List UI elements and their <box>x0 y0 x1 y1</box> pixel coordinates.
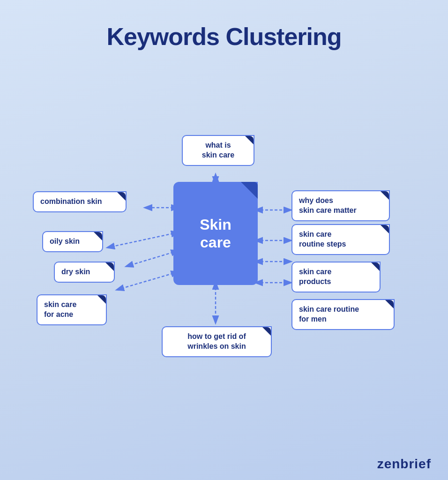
node-what-is-skin-care: what is skin care <box>182 135 254 166</box>
node-oily-skin: oily skin <box>42 231 103 252</box>
node-how-to-get-rid: how to get rid of wrinkles on skin <box>162 326 272 357</box>
center-doc-text: Skin care <box>200 216 231 252</box>
svg-line-9 <box>117 273 173 290</box>
node-skin-care-for-acne: skin care for acne <box>37 294 107 325</box>
node-skin-care-routine-steps: skin care routine steps <box>291 224 390 255</box>
node-skin-care-routine-for-men: skin care routine for men <box>291 299 395 330</box>
diagram: Skin care what is skin care why does ski… <box>0 60 448 463</box>
brand-logo: zenbrief <box>377 457 431 472</box>
svg-line-8 <box>127 252 173 266</box>
node-combination-skin: combination skin <box>33 191 127 212</box>
node-why-does-skin-care-matter: why does skin care matter <box>291 190 390 221</box>
svg-line-7 <box>108 233 173 248</box>
page-title: Keywords Clustering <box>0 0 448 51</box>
node-skin-care-products: skin care products <box>291 262 381 292</box>
node-dry-skin: dry skin <box>54 262 115 283</box>
center-document: Skin care <box>173 182 258 285</box>
